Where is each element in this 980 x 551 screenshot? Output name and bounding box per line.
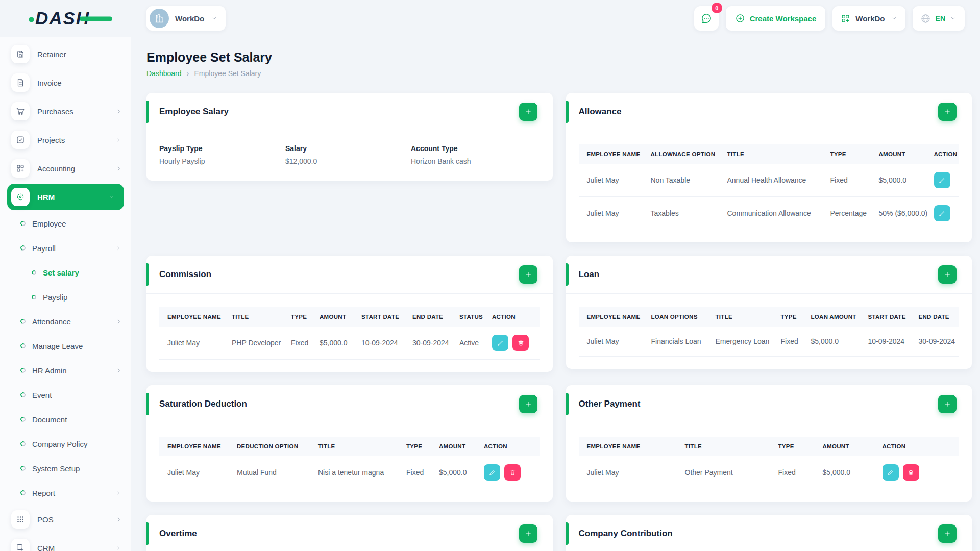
delete-button[interactable] <box>504 464 521 481</box>
sidebar-item-employee[interactable]: Employee <box>0 211 131 236</box>
edit-button[interactable] <box>883 464 899 481</box>
page-title: Employee Set Salary <box>146 50 972 65</box>
column-header: STATUS <box>451 307 484 327</box>
bullet-icon <box>20 392 27 398</box>
card-title: Allowance <box>579 107 622 117</box>
sidebar-item-label: Set salary <box>43 268 122 277</box>
messages-button[interactable]: 0 <box>694 6 719 31</box>
sidebar-item-attendance[interactable]: Attendance <box>0 309 131 334</box>
sidebar-item-label: Payroll <box>32 244 109 253</box>
loan-table: EMPLOYEE NAMELOAN OPTIONSTITLETYPELOAN A… <box>579 307 960 357</box>
sidebar-item-event[interactable]: Event <box>0 383 131 407</box>
edit-button[interactable] <box>934 172 950 188</box>
chevron-right-icon <box>115 318 122 325</box>
add-saturation-deduction-button[interactable] <box>519 395 537 413</box>
cell: Emergency Loan <box>707 327 773 357</box>
chevron-right-icon <box>115 137 122 143</box>
column-header: EMPLOYEE NAME <box>579 437 677 456</box>
add-allowance-button[interactable] <box>938 103 957 121</box>
sidebar-item-label: CRM <box>37 544 108 551</box>
sidebar-item-document[interactable]: Document <box>0 407 131 432</box>
cell: Communication Allowance <box>719 197 822 230</box>
field-value: Hourly Payslip <box>159 157 285 165</box>
sidebar-item-company-policy[interactable]: Company Policy <box>0 432 131 456</box>
sidebar-item-pos[interactable]: POS <box>0 505 131 534</box>
dash-logo[interactable]: DASH <box>30 8 101 29</box>
field-label: Salary <box>285 144 411 153</box>
cell: Juliet May <box>159 327 224 360</box>
add-other-payment-button[interactable] <box>938 395 957 413</box>
edit-button[interactable] <box>934 205 950 221</box>
edit-button[interactable] <box>492 335 508 351</box>
language-label: EN <box>936 14 945 22</box>
sidebar-item-set-salary[interactable]: Set salary <box>0 260 131 285</box>
sidebar-item-retainer[interactable]: Retainer <box>0 40 131 68</box>
sidebar-item-label: Payslip <box>43 293 122 302</box>
sidebar-item-payslip[interactable]: Payslip <box>0 285 131 309</box>
delete-button[interactable] <box>903 464 919 481</box>
sidebar-item-system-setup[interactable]: System Setup <box>0 456 131 481</box>
add-loan-button[interactable] <box>938 265 957 284</box>
sidebar-item-hr-admin[interactable]: HR Admin <box>0 358 131 383</box>
add-employee-salary-button[interactable] <box>519 103 537 121</box>
commission-card: Commission EMPLOYEE NAMETITLETYPEAMOUNTS… <box>146 256 553 372</box>
column-header: TYPE <box>773 307 803 327</box>
edit-button[interactable] <box>484 464 500 481</box>
table-row: Juliet MayNon TaxableAnnual Health Allow… <box>579 164 960 197</box>
workspace-selector[interactable]: WorkDo <box>146 6 226 31</box>
sidebar-item-manage-leave[interactable]: Manage Leave <box>0 334 131 358</box>
sidebar-item-label: Retainer <box>37 50 122 59</box>
sidebar-item-accounting[interactable]: Accounting <box>0 154 131 183</box>
card-title: Overtime <box>159 529 197 539</box>
column-header: ACTION <box>926 144 960 164</box>
add-overtime-button[interactable] <box>519 524 537 543</box>
add-company-contribution-button[interactable] <box>938 524 957 543</box>
plus-icon <box>943 530 951 538</box>
card-header: Allowance <box>566 93 972 131</box>
sidebar-item-purchases[interactable]: Purchases <box>0 97 131 126</box>
breadcrumb-dashboard-link[interactable]: Dashboard <box>146 69 182 78</box>
workdo-menu-label: WorkDo <box>855 14 885 23</box>
crm-icon <box>11 539 30 551</box>
cell: $5,000.0 <box>803 327 860 357</box>
column-header: AMOUNT <box>431 437 476 456</box>
sidebar-item-label: Manage Leave <box>32 342 122 350</box>
column-header: EMPLOYEE NAME <box>579 144 643 164</box>
sidebar-item-invoice[interactable]: Invoice <box>0 68 131 97</box>
workdo-menu-button[interactable]: WorkDo <box>832 6 905 31</box>
bullet-icon <box>31 269 37 276</box>
sidebar-item-payroll[interactable]: Payroll <box>0 236 131 260</box>
cell: Annual Health Allowance <box>719 164 822 197</box>
plus-icon <box>524 108 532 116</box>
delete-button[interactable] <box>512 335 529 351</box>
column-header: ALLOWNACE OPTION <box>643 144 719 164</box>
sidebar-item-label: Event <box>32 391 122 399</box>
workspace-label: WorkDo <box>175 14 204 23</box>
cell: Non Taxable <box>643 164 719 197</box>
overtime-card: Overtime <box>146 515 553 551</box>
card-title: Loan <box>579 269 600 280</box>
projects-icon <box>11 131 30 149</box>
column-header: TITLE <box>719 144 822 164</box>
chevron-right-icon <box>115 490 122 496</box>
column-header: ACTION <box>484 307 540 327</box>
logo-green-bar <box>80 16 112 21</box>
cell: Fixed <box>398 456 431 489</box>
sidebar-item-report[interactable]: Report <box>0 481 131 505</box>
create-workspace-button[interactable]: Create Workspace <box>726 6 826 31</box>
card-header: Overtime <box>146 515 553 551</box>
cell: Active <box>451 327 484 360</box>
sidebar-item-crm[interactable]: CRM <box>0 534 131 551</box>
card-header: Employee Salary <box>146 93 553 131</box>
column-header: TITLE <box>224 307 283 327</box>
sidebar-item-projects[interactable]: Projects <box>0 126 131 154</box>
cell: Mutual Fund <box>229 456 310 489</box>
table-row: Juliet MayMutual FundNisi a tenetur magn… <box>159 456 540 489</box>
language-selector[interactable]: EN <box>913 6 965 31</box>
sidebar-item-label: Company Policy <box>32 440 122 448</box>
add-commission-button[interactable] <box>519 265 537 284</box>
sidebar-item-hrm[interactable]: HRM <box>7 184 124 210</box>
sidebar-item-label: Accounting <box>37 164 108 173</box>
messages-badge: 0 <box>712 3 722 13</box>
card-header: Company Contribution <box>566 515 972 551</box>
